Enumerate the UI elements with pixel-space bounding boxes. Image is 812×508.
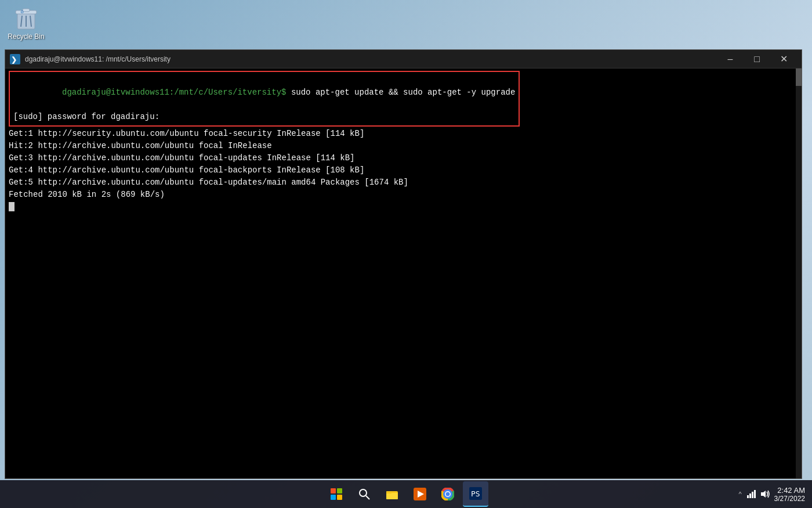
scrollbar-thumb[interactable] <box>796 69 802 86</box>
svg-text:PS: PS <box>471 489 480 498</box>
terminal-window-icon: ❯ <box>10 54 20 64</box>
maximize-button[interactable]: □ <box>744 50 770 69</box>
recycle-bin-icon: ♻ <box>14 6 38 31</box>
close-button[interactable]: ✕ <box>770 50 797 69</box>
chrome-button[interactable] <box>435 481 461 507</box>
terminal-scrollbar[interactable] <box>796 69 802 478</box>
start-button[interactable] <box>324 481 349 507</box>
sudo-prompt-line: [sudo] password for dgadiraju: <box>13 111 515 123</box>
taskbar: PS ^ 2:42 AM 3/27/2022 <box>0 480 812 508</box>
clock: 2:42 AM <box>774 486 805 495</box>
search-button[interactable] <box>351 481 377 507</box>
terminal-titlebar: ❯ dgadiraju@itvwindows11: /mnt/c/Users/i… <box>5 50 802 69</box>
output-line-1: Get:1 http://security.ubuntu.com/ubuntu … <box>9 128 798 140</box>
minimize-button[interactable]: – <box>717 50 744 69</box>
terminal-body[interactable]: dgadiraju@itvwindows11:/mnt/c/Users/itve… <box>5 69 802 478</box>
svg-text:❯: ❯ <box>11 56 17 64</box>
taskbar-datetime[interactable]: 2:42 AM 3/27/2022 <box>774 486 805 503</box>
file-explorer-icon <box>386 488 398 500</box>
svg-marker-25 <box>761 491 766 498</box>
command-highlight-box: dgadiraju@itvwindows11:/mnt/c/Users/itve… <box>9 71 520 127</box>
recycle-bin[interactable]: ♻ Recycle Bin <box>6 6 46 41</box>
chrome-icon <box>441 488 454 500</box>
command-line: dgadiraju@itvwindows11:/mnt/c/Users/itve… <box>13 74 515 111</box>
svg-line-10 <box>366 496 369 499</box>
desktop: ♻ Recycle Bin ❯ dgadiraju@itvwindows11: … <box>0 0 812 508</box>
command-text: sudo apt-get update && sudo apt-get -y u… <box>286 88 515 97</box>
search-icon <box>358 488 370 500</box>
terminal-title: dgadiraju@itvwindows11: /mnt/c/Users/itv… <box>25 55 717 63</box>
recycle-bin-label: Recycle Bin <box>8 33 44 41</box>
svg-rect-12 <box>386 493 398 499</box>
media-icon <box>414 488 426 500</box>
tray-chevron[interactable]: ^ <box>738 491 741 498</box>
cursor-line <box>9 201 798 213</box>
svg-rect-21 <box>747 495 749 498</box>
output-line-5: Get:5 http://archive.ubuntu.com/ubuntu f… <box>9 176 798 189</box>
terminal-cursor <box>9 202 14 211</box>
volume-icon[interactable] <box>760 489 770 499</box>
windows-logo-icon <box>331 488 342 500</box>
output-line-4: Get:4 http://archive.ubuntu.com/ubuntu f… <box>9 164 798 176</box>
powershell-icon: PS <box>469 487 482 500</box>
powershell-button[interactable]: PS <box>463 481 488 507</box>
output-line-3: Get:3 http://archive.ubuntu.com/ubuntu f… <box>9 152 798 164</box>
taskbar-tray: ^ 2:42 AM 3/27/2022 <box>738 486 812 503</box>
date: 3/27/2022 <box>774 495 805 503</box>
output-line-6: Fetched 2010 kB in 2s (869 kB/s) <box>9 189 798 201</box>
svg-point-9 <box>360 489 367 496</box>
svg-rect-22 <box>749 493 751 498</box>
svg-rect-23 <box>752 492 753 498</box>
file-explorer-button[interactable] <box>379 481 405 507</box>
terminal-window: ❯ dgadiraju@itvwindows11: /mnt/c/Users/i… <box>5 49 802 479</box>
svg-text:♻: ♻ <box>20 10 24 14</box>
command-prompt: dgadiraju@itvwindows11:/mnt/c/Users/itve… <box>62 88 286 97</box>
media-player-button[interactable] <box>407 481 433 507</box>
svg-rect-24 <box>754 490 756 498</box>
svg-rect-13 <box>386 491 392 493</box>
titlebar-controls: – □ ✕ <box>717 50 797 69</box>
svg-point-18 <box>446 492 450 496</box>
taskbar-center: PS <box>324 481 488 507</box>
output-line-2: Hit:2 http://archive.ubuntu.com/ubuntu f… <box>9 140 798 152</box>
network-icon[interactable] <box>746 489 756 499</box>
